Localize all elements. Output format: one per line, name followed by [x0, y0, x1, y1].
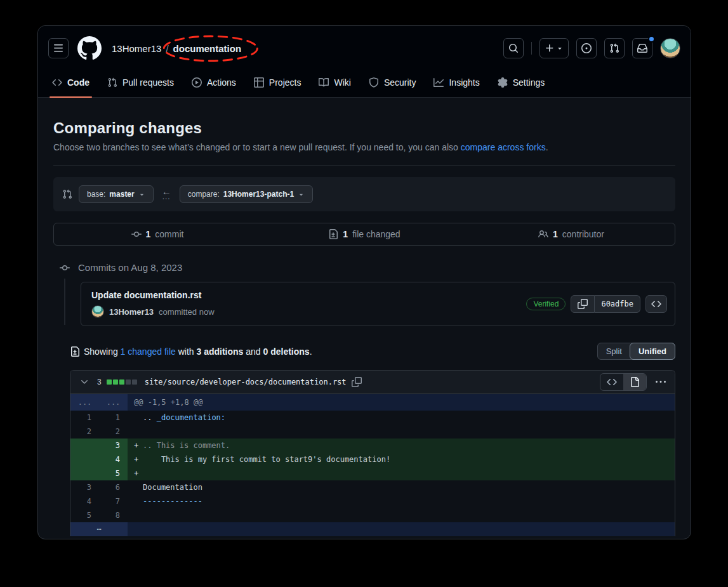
- compare-across-forks-link[interactable]: compare across forks: [461, 142, 546, 152]
- unified-view-button[interactable]: Unified: [630, 343, 675, 360]
- rendered-view-button[interactable]: [623, 374, 646, 390]
- tab-label: Projects: [269, 77, 301, 88]
- tab-label: Insights: [449, 77, 479, 88]
- repo-nav: Code Pull requests Actions Projects Wiki…: [38, 68, 691, 98]
- summary-suffix: .: [310, 346, 312, 357]
- compare-branch-selector[interactable]: compare: 13Homer13-patch-1: [180, 185, 313, 203]
- copy-sha-button[interactable]: [571, 295, 595, 313]
- file-path: site/source/developer-docs/documentation…: [145, 378, 347, 386]
- tab-actions[interactable]: Actions: [183, 68, 245, 97]
- code-text: -------------: [143, 497, 202, 506]
- copy-path-button[interactable]: [352, 377, 362, 387]
- diff-line-addition: 5 +: [70, 466, 675, 480]
- notification-dot: [648, 36, 655, 43]
- kebab-horizontal-icon: [656, 377, 666, 387]
- diff-sign: +: [134, 466, 143, 480]
- header-divider: [531, 42, 532, 55]
- code-text: .. This is comment.: [143, 441, 230, 450]
- copy-icon: [352, 377, 362, 387]
- commit-info: Update documentation.rst 13Homer13 commi…: [91, 290, 215, 318]
- diff-stat-blocks: [107, 379, 137, 385]
- hunk-header-row: ... ... @@ -1,5 +1,8 @@: [70, 394, 675, 411]
- split-view-button[interactable]: Split: [598, 343, 630, 359]
- new-line-number: 1: [99, 411, 128, 425]
- expand-diff-row[interactable]: ⋯: [70, 522, 675, 536]
- user-avatar[interactable]: [660, 38, 680, 58]
- diff-block-addition: [107, 379, 112, 385]
- code-line: +.. This is comment.: [128, 439, 675, 452]
- new-line-number: 2: [99, 425, 128, 439]
- summary-prefix: Showing: [84, 346, 121, 357]
- files-changed-stat[interactable]: 1 file changed: [261, 229, 468, 239]
- code-line: [128, 508, 675, 522]
- commit-author-link[interactable]: 13Homer13: [109, 307, 154, 317]
- commits-timeline: Commits on Aug 8, 2023 Update documentat…: [53, 262, 675, 326]
- shield-icon: [369, 77, 379, 88]
- diff-summary: Showing 1 changed file with 3 additions …: [70, 343, 675, 360]
- diff-block-addition: [119, 379, 124, 385]
- commits-stat[interactable]: 1 commit: [54, 229, 261, 239]
- triangle-down-icon: [556, 44, 564, 52]
- commit-card: Update documentation.rst 13Homer13 commi…: [81, 282, 675, 326]
- base-branch-selector[interactable]: base: master: [79, 185, 154, 203]
- code-icon: [651, 299, 661, 309]
- diff-line: 2 2: [70, 425, 675, 439]
- deletions-count: 0 deletions: [263, 346, 310, 357]
- repo-name-text: documentation: [173, 43, 242, 54]
- github-logo[interactable]: [77, 36, 102, 60]
- compare-page: Comparing changes Choose two branches to…: [38, 98, 691, 536]
- tab-insights[interactable]: Insights: [425, 68, 488, 97]
- tab-settings[interactable]: Settings: [489, 68, 554, 97]
- file-header-actions: [600, 373, 668, 391]
- commit-sha: 60adfbe: [601, 300, 633, 308]
- old-line-number: [70, 439, 99, 452]
- breadcrumb-repo-link[interactable]: documentation: [173, 43, 242, 54]
- tab-security[interactable]: Security: [360, 68, 425, 97]
- tab-pull-requests[interactable]: Pull requests: [98, 68, 183, 97]
- tab-projects[interactable]: Projects: [245, 68, 310, 97]
- files-count: 1: [343, 229, 348, 239]
- git-commit-icon: [131, 229, 142, 239]
- hamburger-menu-button[interactable]: [48, 38, 69, 58]
- new-line-number: 5: [99, 466, 128, 480]
- old-line-number: 2: [70, 425, 99, 439]
- chevron-down-icon: [79, 377, 89, 387]
- contributors-stat[interactable]: 1 contributor: [468, 229, 675, 239]
- create-new-button[interactable]: [539, 38, 569, 58]
- people-icon: [538, 229, 548, 239]
- commit-meta: 13Homer13 committed now: [91, 305, 215, 318]
- expander-dots: ⋯: [70, 522, 128, 536]
- page-title: Comparing changes: [53, 119, 675, 137]
- commits-label: commit: [155, 229, 183, 239]
- diff-line: 4 7 -------------: [70, 494, 675, 508]
- file-diff-icon: [70, 346, 80, 357]
- sha-button-group: 60adfbe: [571, 295, 640, 313]
- issues-button[interactable]: [576, 38, 597, 58]
- commit-actions: Verified 60adfbe: [526, 295, 667, 313]
- range-dots: ...: [162, 194, 171, 200]
- tab-code[interactable]: Code: [43, 68, 98, 97]
- source-view-button[interactable]: [600, 374, 623, 390]
- code-line: +: [128, 466, 675, 480]
- commit-sha-button[interactable]: 60adfbe: [595, 295, 640, 313]
- tab-wiki[interactable]: Wiki: [310, 68, 359, 97]
- commits-date-text: Commits on Aug 8, 2023: [78, 262, 182, 273]
- code-icon: [607, 377, 617, 387]
- search-button[interactable]: [503, 38, 524, 58]
- tab-label: Wiki: [334, 77, 350, 88]
- commit-author-avatar[interactable]: [91, 305, 104, 318]
- tab-label: Settings: [513, 77, 545, 88]
- code-text: Documentation: [143, 483, 202, 492]
- file-options-button[interactable]: [653, 377, 668, 387]
- changed-file-link[interactable]: 1 changed file: [121, 346, 176, 357]
- commit-title-link[interactable]: Update documentation.rst: [91, 290, 215, 300]
- old-line-number: 4: [70, 494, 99, 508]
- pull-requests-button[interactable]: [604, 38, 625, 58]
- diff-sign: +: [134, 439, 143, 452]
- play-circle-icon: [192, 77, 202, 88]
- contributors-count: 1: [553, 229, 558, 239]
- collapse-file-button[interactable]: [77, 377, 92, 387]
- verified-badge[interactable]: Verified: [526, 298, 566, 310]
- breadcrumb-owner-link[interactable]: 13Homer13: [112, 43, 161, 54]
- browse-code-button[interactable]: [645, 295, 667, 313]
